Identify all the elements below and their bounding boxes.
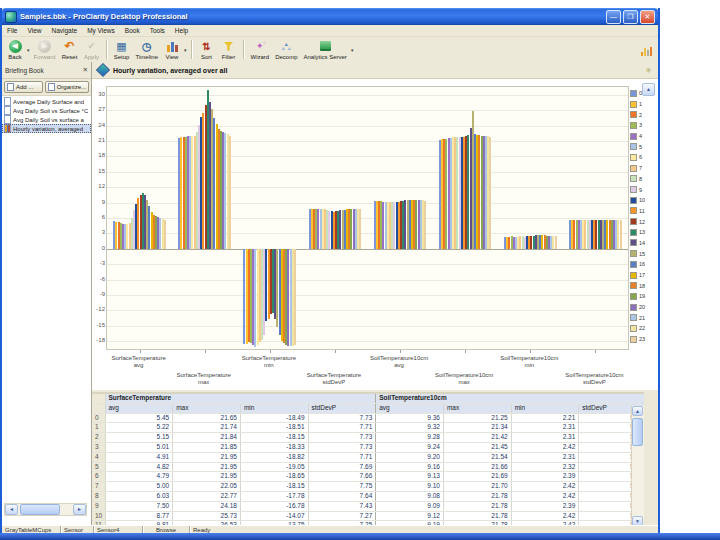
legend-item-3[interactable]: 3 [630, 120, 656, 131]
legend-label: 2 [639, 112, 642, 118]
minimize-button[interactable]: — [606, 10, 621, 24]
legend-item-20[interactable]: 20 [630, 302, 656, 313]
menu-tools[interactable]: Tools [145, 27, 170, 34]
legend-item-9[interactable]: 9 [630, 184, 656, 195]
menu-file[interactable]: File [2, 27, 22, 34]
sort-button[interactable]: Sort [196, 39, 218, 61]
filter-button[interactable]: Filter [218, 39, 240, 61]
menu-view[interactable]: View [22, 27, 46, 34]
title-bar[interactable]: Samples.bbk - ProClarity Desktop Profess… [2, 8, 658, 25]
cell: 21.95 [173, 472, 241, 482]
sidebar-item-2[interactable]: Avg Daily Soil vs surface a [2, 115, 91, 124]
legend-item-5[interactable]: 5 [630, 141, 656, 152]
legend-item-17[interactable]: 17 [630, 270, 656, 281]
scrollbar-thumb[interactable] [632, 418, 643, 446]
organize-button[interactable]: Organize... [45, 81, 89, 93]
legend-item-8[interactable]: 8 [630, 174, 656, 185]
cell: 9.28 [376, 433, 444, 443]
bar-SoilTemperature10cm-stdDevP-h23[interactable] [620, 220, 622, 249]
table-row: 35.0121.85-18.337.739.2421.452.425.58 [92, 442, 644, 452]
row-label: 3 [92, 442, 105, 452]
back-icon [9, 40, 22, 53]
view-button[interactable]: View [161, 39, 183, 61]
legend-swatch [630, 101, 637, 108]
legend-item-21[interactable]: 21 [630, 312, 656, 323]
cell: 21.42 [443, 433, 511, 443]
setup-button[interactable]: Setup [111, 39, 133, 61]
sidebar-item-3[interactable]: Hourly variation, averaged [2, 124, 91, 133]
legend-item-15[interactable]: 15 [630, 248, 656, 259]
legend-item-4[interactable]: 4 [630, 131, 656, 142]
restore-button[interactable]: ❐ [623, 10, 638, 24]
gridline [107, 295, 628, 296]
scrollbar-thumb[interactable] [20, 504, 60, 515]
x-axis-label-7: SoilTemperature10cmstdDevP [548, 372, 640, 386]
scroll-right-icon[interactable]: ► [73, 504, 86, 515]
bar-SoilTemperature10cm-max-h23[interactable] [489, 137, 491, 249]
legend-item-13[interactable]: 13 [630, 227, 656, 238]
sidebar-item-label: Average Daily Surface and [13, 99, 84, 105]
scroll-left-icon[interactable]: ◄ [5, 504, 18, 515]
legend-item-22[interactable]: 22 [630, 323, 656, 334]
bar-SoilTemperature10cm-avg-h23[interactable] [424, 201, 426, 249]
legend-item-18[interactable]: 18 [630, 280, 656, 291]
wizard-button[interactable]: Wizard [248, 39, 273, 61]
dropdown-arrow-icon[interactable]: ▾ [351, 47, 354, 53]
back-label: Back [8, 54, 21, 60]
close-panel-icon[interactable]: ✕ [83, 66, 88, 74]
legend-label: 21 [639, 315, 645, 321]
sidebar-horizontal-scrollbar[interactable]: ◄ ► [4, 503, 87, 516]
decomp-button[interactable]: Decomp [272, 39, 300, 61]
table-row: 86.0322.77-17.787.649.0821.782.425.53 [92, 491, 644, 501]
menu-help[interactable]: Help [170, 27, 193, 34]
legend-item-6[interactable]: 6 [630, 152, 656, 163]
legend-item-14[interactable]: 14 [630, 238, 656, 249]
table-vertical-scrollbar[interactable]: ▲ ▼ [631, 406, 644, 526]
legend-item-12[interactable]: 12 [630, 216, 656, 227]
bar-SurfaceTemperature-avg-h23[interactable] [164, 220, 166, 249]
chart-scroll-up-icon[interactable]: ▲ [642, 83, 655, 96]
dropdown-arrow-icon[interactable]: ▾ [184, 47, 187, 53]
scroll-up-icon[interactable]: ▲ [632, 406, 643, 416]
legend-swatch [630, 207, 637, 214]
bar-SoilTemperature10cm-min-h23[interactable] [555, 236, 557, 248]
chart-pane: 302724211815129630-3-6-9-12-15-18 Surfac… [92, 79, 658, 390]
cell: -16.78 [240, 501, 308, 511]
menu-navigate[interactable]: Navigate [46, 27, 82, 34]
menu-book[interactable]: Book [120, 27, 145, 34]
mini-chart-icon [640, 44, 652, 56]
column-header-2: min [240, 403, 308, 413]
apply-button: Apply [81, 39, 103, 61]
bar-SurfaceTemperature-stdDevP-h23[interactable] [359, 209, 361, 249]
legend-item-2[interactable]: 2 [630, 109, 656, 120]
legend-item-19[interactable]: 19 [630, 291, 656, 302]
legend-item-7[interactable]: 7 [630, 163, 656, 174]
gear-icon[interactable]: ✳ [645, 66, 652, 75]
bar-SurfaceTemperature-max-h23[interactable] [229, 136, 231, 249]
close-button[interactable]: ✕ [640, 10, 655, 24]
add-button[interactable]: Add ... [4, 81, 43, 93]
bar-SurfaceTemperature-min-h23[interactable] [294, 249, 296, 345]
cell: 2.39 [511, 501, 579, 511]
row-label: 7 [92, 482, 105, 492]
legend-item-16[interactable]: 16 [630, 259, 656, 270]
timeline-button[interactable]: Timeline [133, 39, 161, 61]
sidebar-item-1[interactable]: Avg Daily Soil vs Surface °C [2, 106, 91, 115]
legend-item-1[interactable]: 1 [630, 99, 656, 110]
legend-item-10[interactable]: 10 [630, 195, 656, 206]
cell: 21.85 [173, 442, 241, 452]
gridline [107, 126, 628, 127]
reset-button[interactable]: Reset [59, 39, 81, 61]
chart-legend: 01234567891011121314151617181920212223 [630, 88, 656, 345]
cell: 9.24 [376, 442, 444, 452]
legend-item-23[interactable]: 23 [630, 334, 656, 345]
legend-item-11[interactable]: 11 [630, 206, 656, 217]
legend-swatch [630, 154, 637, 161]
menu-my-views[interactable]: My Views [82, 27, 120, 34]
analytics-server-button[interactable]: Analytics Server [301, 39, 350, 61]
sidebar-item-0[interactable]: Average Daily Surface and [2, 97, 91, 106]
dropdown-arrow-icon[interactable]: ▾ [27, 47, 30, 53]
y-tick-label: 0 [93, 245, 105, 251]
y-tick-label: -18 [93, 337, 105, 343]
back-button[interactable]: Back [4, 39, 26, 61]
